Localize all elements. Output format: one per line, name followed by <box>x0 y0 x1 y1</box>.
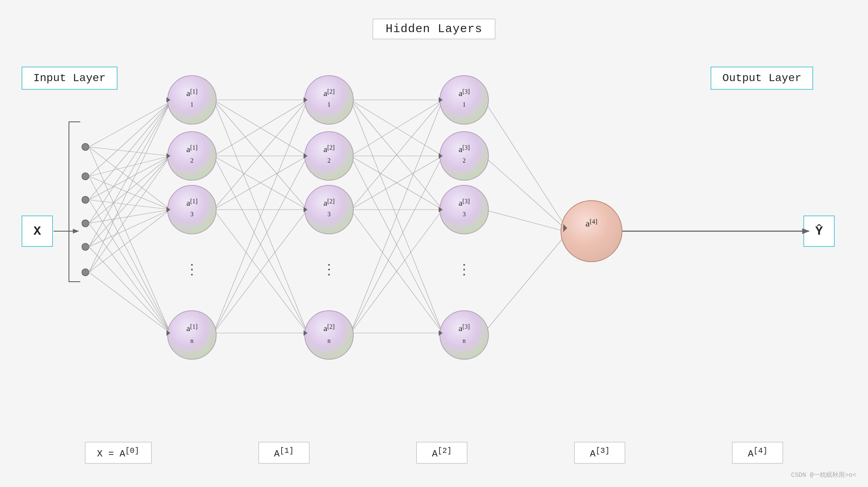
network-diagram: a[1] 1 a[1] 2 a[1] 3 ⋮ a[1] n a[2] 1 a[2… <box>0 0 868 487</box>
main-container: Hidden Layers Input Layer Output Layer X… <box>0 0 868 487</box>
svg-line-24 <box>89 272 170 333</box>
svg-line-60 <box>484 233 567 333</box>
bottom-label-a2: A[2] <box>416 442 467 463</box>
l1-node-n <box>168 311 216 359</box>
svg-line-2 <box>89 102 170 176</box>
svg-line-7 <box>89 147 170 156</box>
svg-text:3: 3 <box>190 211 193 217</box>
svg-line-3 <box>89 102 170 200</box>
svg-text:1: 1 <box>463 101 466 108</box>
bottom-label-a3: A[3] <box>574 442 625 463</box>
svg-text:2: 2 <box>190 157 193 164</box>
input-node-6 <box>82 269 89 276</box>
svg-line-1 <box>89 102 170 147</box>
l1-node-2 <box>168 132 216 180</box>
svg-line-23 <box>89 247 170 333</box>
svg-text:2: 2 <box>463 157 466 164</box>
svg-text:n: n <box>463 337 466 344</box>
l4-node <box>561 201 622 262</box>
input-node-2 <box>82 173 89 180</box>
svg-line-6 <box>89 102 170 272</box>
l3-node-3 <box>440 185 488 234</box>
l2-node-1 <box>305 76 353 124</box>
watermark: CSDN @一枕眠秋雨>o< <box>791 471 856 479</box>
l1-node-1 <box>168 76 216 124</box>
svg-text:1: 1 <box>190 101 193 108</box>
svg-line-58 <box>484 156 567 230</box>
svg-line-57 <box>484 100 567 229</box>
input-node-3 <box>82 196 89 203</box>
bottom-label-a1: A[1] <box>259 442 309 463</box>
svg-text:3: 3 <box>463 211 466 217</box>
svg-text:1: 1 <box>327 101 331 108</box>
svg-text:⋮: ⋮ <box>322 263 336 279</box>
svg-text:3: 3 <box>327 211 331 217</box>
bottom-labels: X = A[0] A[1] A[2] A[3] A[4] <box>0 442 868 463</box>
svg-line-16 <box>89 210 170 223</box>
l3-node-n <box>440 311 488 359</box>
l2-node-2 <box>305 132 353 180</box>
svg-text:⋮: ⋮ <box>457 263 471 279</box>
l1-node-3 <box>168 185 216 234</box>
bottom-label-x: X = A[0] <box>85 442 152 463</box>
svg-text:⋮: ⋮ <box>185 263 199 279</box>
l3-node-2 <box>440 132 488 180</box>
svg-text:n: n <box>327 337 331 344</box>
svg-text:2: 2 <box>327 157 331 164</box>
svg-text:n: n <box>190 337 193 344</box>
l3-node-1 <box>440 76 488 124</box>
input-node-4 <box>82 220 89 227</box>
bottom-label-a4: A[4] <box>732 442 783 463</box>
l2-node-n <box>305 311 353 359</box>
input-node-1 <box>82 143 89 150</box>
l2-node-3 <box>305 185 353 234</box>
input-node-5 <box>82 243 89 250</box>
svg-line-18 <box>89 210 170 272</box>
svg-line-59 <box>484 210 567 232</box>
svg-line-21 <box>89 200 170 333</box>
